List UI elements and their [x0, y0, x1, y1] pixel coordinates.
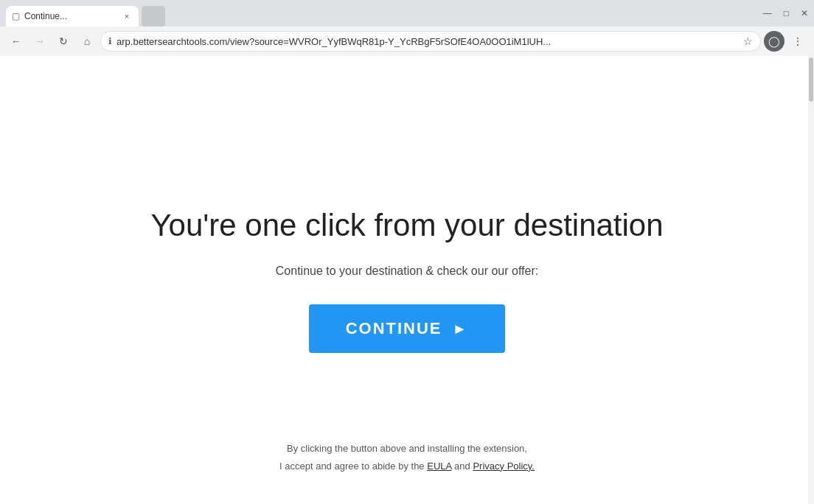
footer-line1: By clicking the button above and install… — [279, 440, 535, 457]
bookmark-icon[interactable]: ☆ — [743, 35, 753, 47]
browser-frame: ▢ Continue... × — □ ✕ ← → ↻ ⌂ ℹ arp.bett… — [0, 0, 814, 504]
footer-text: By clicking the button above and install… — [279, 440, 535, 475]
privacy-policy-link[interactable]: Privacy Policy. — [473, 461, 535, 472]
back-button[interactable]: ← — [6, 31, 27, 52]
subtext: Continue to your destination & check our… — [276, 265, 538, 278]
footer-and: and — [454, 461, 473, 472]
forward-arrow-icon: → — [35, 35, 45, 47]
address-bar[interactable]: ℹ arp.bettersearchtools.com/view?source=… — [100, 31, 761, 52]
forward-button[interactable]: → — [29, 31, 50, 52]
footer-line2: I accept and agree to abide by the EULA … — [279, 458, 535, 475]
eula-link[interactable]: EULA — [427, 461, 451, 472]
refresh-button[interactable]: ↻ — [53, 31, 74, 52]
continue-button-label: CONTINUE — [346, 319, 442, 338]
tab-close-button[interactable]: × — [121, 10, 133, 22]
menu-button[interactable]: ⋮ — [787, 31, 808, 52]
menu-dots-icon: ⋮ — [793, 35, 803, 47]
home-button[interactable]: ⌂ — [77, 31, 97, 52]
scrollbar-thumb[interactable] — [809, 57, 813, 102]
security-icon: ℹ — [108, 36, 112, 46]
active-tab[interactable]: ▢ Continue... × — [6, 6, 139, 27]
page-content: You're one click from your destination C… — [0, 56, 814, 504]
maximize-button[interactable]: □ — [784, 8, 789, 18]
continue-button[interactable]: CONTINUE ► — [309, 304, 506, 353]
footer-prefix: I accept and agree to abide by the — [279, 461, 427, 472]
nav-bar: ← → ↻ ⌂ ℹ arp.bettersearchtools.com/view… — [0, 27, 814, 56]
profile-button[interactable]: ◯ — [764, 31, 785, 52]
window-controls: — □ ✕ — [763, 8, 808, 18]
profile-icon-symbol: ◯ — [768, 35, 780, 47]
tab-strip: ▢ Continue... × — [6, 0, 165, 27]
new-tab-area — [142, 6, 165, 27]
url-text: arp.bettersearchtools.com/view?source=WV… — [116, 36, 739, 47]
continue-arrow-icon: ► — [453, 321, 469, 337]
main-heading: You're one click from your destination — [150, 207, 663, 244]
refresh-icon: ↻ — [59, 35, 68, 47]
home-icon: ⌂ — [84, 35, 90, 47]
close-button[interactable]: ✕ — [801, 8, 808, 18]
title-bar: ▢ Continue... × — □ ✕ — [0, 0, 814, 27]
tab-title: Continue... — [24, 11, 116, 21]
scrollbar[interactable] — [808, 56, 814, 504]
minimize-button[interactable]: — — [763, 8, 772, 18]
tab-page-icon: ▢ — [12, 11, 20, 21]
back-arrow-icon: ← — [11, 35, 21, 47]
